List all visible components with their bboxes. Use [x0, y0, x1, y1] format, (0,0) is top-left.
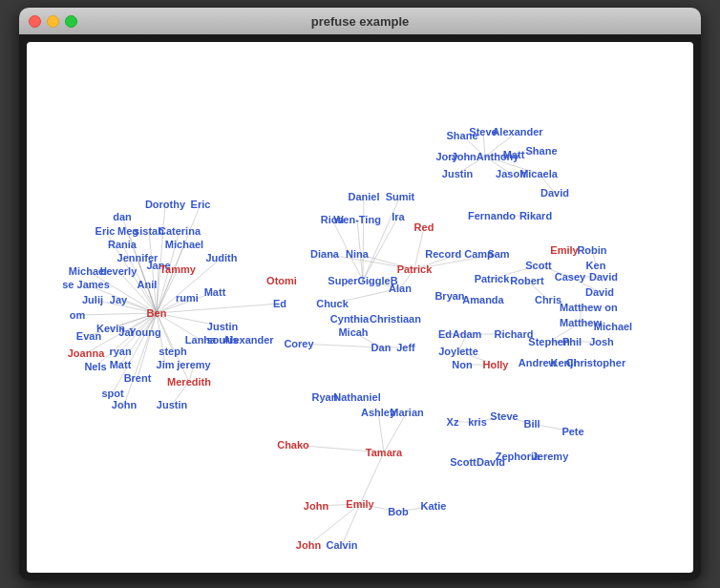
- node-Emily2[interactable]: Emily: [346, 498, 373, 510]
- node-Young[interactable]: Young: [129, 326, 160, 338]
- node-Scott2[interactable]: Scott: [450, 456, 476, 468]
- node-jeremy1[interactable]: jeremy: [177, 359, 210, 370]
- node-Chris1[interactable]: Chris: [535, 294, 561, 305]
- node-Joylette[interactable]: Joylette: [438, 346, 478, 357]
- node-Justin3[interactable]: Justin: [157, 399, 187, 410]
- node-Sumit[interactable]: Sumit: [386, 191, 415, 202]
- node-Justin2[interactable]: Justin: [207, 321, 238, 332]
- node-Josh[interactable]: Josh: [589, 336, 614, 347]
- node-Caterina[interactable]: Caterina: [159, 225, 201, 237]
- node-Ira[interactable]: Ira: [392, 211, 404, 222]
- node-SuperGiggleB[interactable]: SuperGiggleB: [328, 275, 397, 286]
- node-on[interactable]: on: [604, 302, 617, 313]
- node-Jay[interactable]: Jay: [110, 294, 127, 305]
- node-Scott1[interactable]: Scott: [525, 260, 552, 271]
- node-Steve2[interactable]: Steve: [490, 410, 518, 422]
- node-Matt2[interactable]: Matt: [204, 286, 226, 298]
- node-Holly[interactable]: Holly: [483, 359, 509, 370]
- node-Eric2[interactable]: Eric: [95, 225, 116, 237]
- node-Meredith[interactable]: Meredith: [167, 376, 211, 388]
- node-Michael1[interactable]: Michael: [165, 239, 203, 250]
- node-Phil[interactable]: Phil: [562, 336, 582, 347]
- node-Non[interactable]: Non: [452, 359, 472, 370]
- node-Otomi[interactable]: Otomi: [266, 275, 297, 286]
- node-Michael3[interactable]: Michael: [594, 321, 632, 332]
- node-jeremy2[interactable]: Jeremy: [532, 451, 569, 462]
- node-Ed1[interactable]: Ed: [273, 298, 286, 309]
- node-Matt3[interactable]: Matt: [110, 359, 132, 370]
- node-Christopher[interactable]: Christopher: [566, 357, 625, 368]
- node-Rania[interactable]: Rania: [108, 239, 137, 250]
- node-Marian[interactable]: Marian: [390, 407, 423, 418]
- node-Corey[interactable]: Corey: [284, 338, 313, 349]
- node-Judith[interactable]: Judith: [206, 252, 238, 263]
- node-seJames[interactable]: se James: [62, 279, 110, 290]
- node-Justin1[interactable]: Justin: [442, 168, 473, 179]
- node-Alexander2[interactable]: Alexander: [222, 334, 273, 346]
- node-Chuck[interactable]: Chuck: [316, 298, 349, 309]
- node-David2[interactable]: David: [589, 271, 618, 283]
- node-RecordCamp[interactable]: Record Camp: [425, 248, 494, 260]
- node-Chako[interactable]: Chako: [277, 439, 309, 451]
- node-ryan[interactable]: ryan: [109, 346, 131, 357]
- node-Patrick1[interactable]: Patrick: [397, 263, 433, 275]
- node-John2[interactable]: John: [304, 500, 328, 512]
- node-Brent[interactable]: Brent: [124, 372, 152, 384]
- node-Ben[interactable]: Ben: [147, 307, 167, 319]
- node-Cynthia[interactable]: Cynthia: [330, 313, 369, 325]
- node-Christiaan[interactable]: Christiaan: [370, 313, 421, 325]
- node-Bryan[interactable]: Bryan: [434, 290, 464, 302]
- node-Daniel[interactable]: Daniel: [348, 191, 379, 202]
- node-Jim[interactable]: Jim: [157, 359, 175, 370]
- node-Alexander[interactable]: Alexander: [492, 126, 542, 137]
- close-button[interactable]: [29, 15, 41, 28]
- node-Nathaniel[interactable]: Nathaniel: [333, 391, 381, 403]
- node-spot[interactable]: spot: [101, 388, 123, 399]
- node-Joanna[interactable]: Joanna: [68, 347, 105, 359]
- node-beverly[interactable]: beverly: [100, 265, 138, 277]
- node-Casey[interactable]: Casey: [555, 271, 585, 283]
- maximize-button[interactable]: [65, 15, 77, 28]
- node-Bill[interactable]: Bill: [523, 418, 540, 430]
- node-Adam[interactable]: Adam: [453, 328, 482, 340]
- node-Alan[interactable]: Alan: [389, 283, 412, 294]
- node-Matt1[interactable]: Matt: [503, 149, 525, 160]
- node-Dorothy[interactable]: Dorothy: [145, 199, 185, 210]
- node-Rikard[interactable]: Rikard: [519, 210, 552, 221]
- node-Red[interactable]: Red: [414, 221, 434, 233]
- node-rumi[interactable]: rumi: [176, 292, 199, 304]
- node-WenTing[interactable]: Wen-Ting: [333, 214, 381, 225]
- node-Jeff[interactable]: Jeff: [396, 342, 415, 353]
- node-Amanda[interactable]: Amanda: [462, 294, 503, 305]
- node-John3[interactable]: John: [296, 539, 321, 551]
- node-Nina[interactable]: Nina: [346, 248, 369, 260]
- node-Xz[interactable]: Xz: [447, 416, 459, 428]
- node-Evan[interactable]: Evan: [76, 330, 101, 342]
- node-David3[interactable]: David: [585, 286, 614, 298]
- node-Julij[interactable]: Julij: [82, 294, 103, 305]
- node-Nels[interactable]: Nels: [84, 361, 106, 372]
- node-Robin[interactable]: Robin: [577, 244, 606, 256]
- node-Matthew1[interactable]: Matthew: [560, 302, 602, 313]
- node-David1[interactable]: David: [540, 187, 569, 199]
- node-Anil[interactable]: Anil: [138, 279, 158, 290]
- node-Diana[interactable]: Diana: [310, 248, 339, 260]
- node-Patrick2[interactable]: Patrick: [475, 273, 510, 284]
- node-Micaela[interactable]: Micaela: [519, 168, 558, 179]
- node-Robert[interactable]: Robert: [510, 275, 543, 286]
- node-dan[interactable]: dan: [113, 211, 132, 222]
- node-Dan[interactable]: Dan: [371, 342, 392, 353]
- node-John1[interactable]: John: [112, 399, 137, 410]
- node-Katie[interactable]: Katie: [421, 500, 447, 512]
- node-Emily1[interactable]: Emily: [550, 244, 578, 256]
- minimize-button[interactable]: [47, 15, 59, 28]
- node-kris[interactable]: kris: [468, 416, 487, 428]
- node-Ken[interactable]: Ken: [586, 260, 606, 271]
- node-Tamara[interactable]: Tamara: [366, 447, 402, 458]
- node-Ed2[interactable]: Ed: [438, 328, 452, 340]
- node-Micah[interactable]: Micah: [338, 326, 368, 338]
- node-Sam[interactable]: Sam: [487, 248, 509, 260]
- node-Eric1[interactable]: Eric: [191, 199, 211, 210]
- node-Shane2[interactable]: Shane: [525, 145, 557, 157]
- node-Fernando[interactable]: Fernando: [468, 210, 516, 221]
